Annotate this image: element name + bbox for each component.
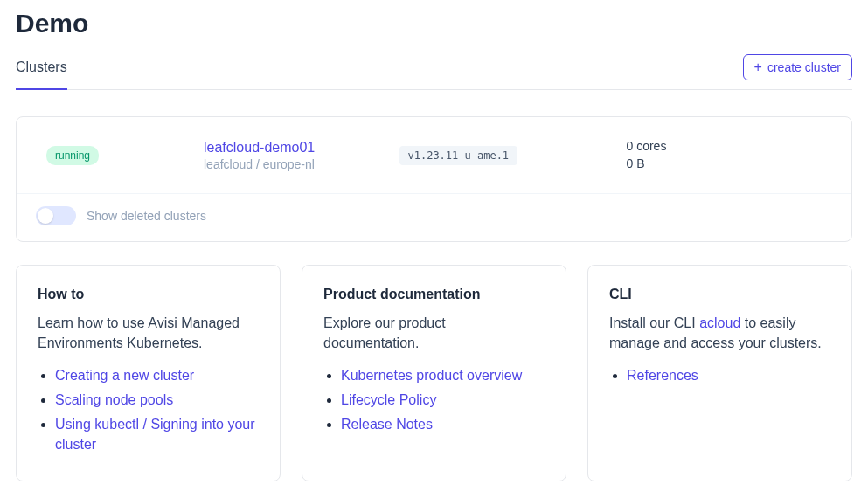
card-howto-links: Creating a new cluster Scaling node pool… <box>38 366 259 455</box>
link-kubectl-signin[interactable]: Using kubectl / Signing into your cluste… <box>55 417 255 451</box>
show-deleted-label: Show deleted clusters <box>87 209 206 223</box>
cluster-status-cell: running <box>46 146 204 165</box>
link-acloud[interactable]: acloud <box>699 315 740 330</box>
page-title: Demo <box>16 9 852 38</box>
tab-clusters[interactable]: Clusters <box>16 54 67 89</box>
plus-icon: + <box>754 60 762 74</box>
cluster-location: leafcloud / europe-nl <box>204 157 399 171</box>
link-create-cluster[interactable]: Creating a new cluster <box>55 368 194 383</box>
show-deleted-row: Show deleted clusters <box>17 193 851 241</box>
list-item: References <box>627 366 830 385</box>
cluster-storage: 0 B <box>627 156 823 173</box>
card-howto-title: How to <box>38 287 259 302</box>
status-badge: running <box>46 146 99 165</box>
toggle-knob <box>38 208 53 224</box>
cluster-name-cell: leafcloud-demo01 leafcloud / europe-nl <box>204 140 399 171</box>
show-deleted-toggle[interactable] <box>36 206 76 225</box>
cluster-name-link[interactable]: leafcloud-demo01 <box>204 140 399 156</box>
cluster-cores: 0 cores <box>627 138 823 156</box>
cli-text-pre: Install our CLI <box>609 315 699 330</box>
card-cli: CLI Install our CLI acloud to easily man… <box>587 265 852 481</box>
list-item: Using kubectl / Signing into your cluste… <box>55 415 259 454</box>
card-howto: How to Learn how to use Avisi Managed En… <box>16 265 281 481</box>
list-item: Scaling node pools <box>55 391 259 410</box>
card-docs-text: Explore our product documentation. <box>323 313 545 353</box>
list-item: Creating a new cluster <box>55 366 259 385</box>
link-release-notes[interactable]: Release Notes <box>341 417 433 432</box>
list-item: Kubernetes product overview <box>341 366 545 385</box>
cluster-row[interactable]: running leafcloud-demo01 leafcloud / eur… <box>17 117 851 193</box>
card-docs: Product documentation Explore our produc… <box>302 265 566 481</box>
tabbar: Clusters + create cluster <box>16 54 852 90</box>
card-docs-title: Product documentation <box>323 287 545 302</box>
link-references[interactable]: References <box>627 368 698 383</box>
list-item: Lifecycle Policy <box>341 391 545 410</box>
cluster-version-cell: v1.23.11-u-ame.1 <box>399 146 627 165</box>
card-docs-links: Kubernetes product overview Lifecycle Po… <box>323 366 545 435</box>
card-cli-title: CLI <box>609 287 830 302</box>
clusters-list: running leafcloud-demo01 leafcloud / eur… <box>16 116 852 242</box>
list-item: Release Notes <box>341 415 545 434</box>
create-cluster-button[interactable]: + create cluster <box>743 54 852 80</box>
link-k8s-overview[interactable]: Kubernetes product overview <box>341 368 522 383</box>
card-cli-links: References <box>609 366 830 385</box>
card-cli-text: Install our CLI acloud to easily manage … <box>609 313 830 353</box>
cluster-resources: 0 cores 0 B <box>627 138 823 172</box>
info-cards: How to Learn how to use Avisi Managed En… <box>16 265 852 481</box>
link-lifecycle-policy[interactable]: Lifecycle Policy <box>341 392 436 407</box>
card-howto-text: Learn how to use Avisi Managed Environme… <box>38 313 259 353</box>
create-cluster-label: create cluster <box>767 60 841 74</box>
version-badge: v1.23.11-u-ame.1 <box>399 146 518 165</box>
link-scaling-pools[interactable]: Scaling node pools <box>55 392 173 407</box>
